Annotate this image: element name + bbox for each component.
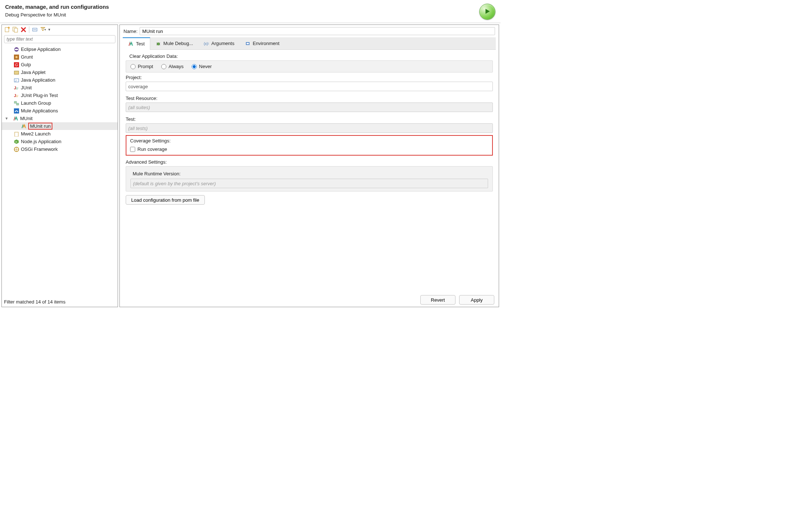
run-button[interactable] [479,4,495,20]
tree-label: OSGi Framework [21,146,58,152]
config-tree-panel: ▼ Eclipse Application Grunt GGulp Java A… [1,25,118,307]
munit-icon [13,116,19,122]
svg-text:n: n [15,140,17,144]
tree-label: Eclipse Application [21,46,60,52]
runtime-input[interactable] [130,179,488,188]
java-applet-icon [14,70,19,75]
duplicate-config-icon[interactable] [12,26,19,33]
eclipse-icon [14,46,19,52]
environment-icon [245,41,251,46]
svg-rect-34 [247,43,249,44]
tree-toolbar: ▼ [2,25,118,34]
dialog-header: Create, manage, and run configurations D… [0,0,501,23]
tree-item-mule-apps[interactable]: Mule Applications [2,107,118,115]
tree-item-osgi[interactable]: OSGi Framework [2,145,118,153]
tree-item-gulp[interactable]: GGulp [2,61,118,68]
clear-data-group: Prompt Always Never [126,60,493,72]
coverage-label: Coverage Settings: [130,138,491,144]
nodejs-icon: n [14,139,19,145]
tab-environment[interactable]: Environment [240,37,285,50]
revert-button[interactable]: Revert [420,295,455,305]
delete-config-icon[interactable] [20,26,27,33]
tab-label: Test [136,41,145,46]
svg-rect-18 [14,101,16,103]
radio-always[interactable]: Always [161,64,184,69]
filter-status: Filter matched 14 of 14 items [2,298,118,307]
junit-icon: JU [14,85,19,91]
collapse-all-icon[interactable] [32,26,38,33]
tree-label: JUnit Plug-in Test [21,93,58,98]
svg-text:G: G [15,63,18,67]
svg-rect-21 [15,132,18,137]
tree-item-mwe2[interactable]: Mwe2 Launch [2,130,118,138]
java-app-icon: J [14,77,19,83]
svg-text:U: U [16,94,18,98]
config-tree[interactable]: Eclipse Application Grunt GGulp Java App… [2,44,118,298]
filter-icon[interactable] [40,26,46,33]
tree-item-eclipse-application[interactable]: Eclipse Application [2,45,118,53]
tree-label: Gulp [21,62,31,67]
tree-label: Java Applet [21,70,45,75]
project-label: Project: [126,75,493,80]
tab-arguments[interactable]: (x)= Arguments [198,37,240,50]
svg-text:(x)=: (x)= [204,42,209,46]
config-detail-panel: Name: Test Mule Debug... (x)= Arguments … [119,25,499,307]
tab-label: Mule Debug... [163,41,193,46]
tree-item-java-application[interactable]: JJava Application [2,76,118,84]
svg-point-27 [157,42,160,45]
advanced-label: Advanced Settings: [126,159,493,165]
svg-rect-2 [14,28,18,32]
svg-rect-11 [14,71,19,74]
tab-label: Arguments [211,41,235,46]
tree-item-munit[interactable]: ▼MUnit [2,115,118,122]
tab-mule-debug[interactable]: Mule Debug... [150,37,198,50]
svg-text:J: J [15,79,16,82]
svg-rect-19 [16,103,19,105]
apply-button[interactable]: Apply [459,295,494,305]
load-from-pom-button[interactable]: Load configuration from pom file [126,195,205,205]
tab-label: Environment [253,41,280,46]
svg-point-8 [15,56,18,58]
play-icon [484,8,491,16]
tree-label: Launch Group [21,100,51,106]
clear-data-label: Clear Application Data: [129,53,493,59]
filter-input[interactable] [4,35,115,43]
tree-label: Grunt [21,54,33,60]
dropdown-arrow-icon[interactable]: ▼ [48,28,51,31]
run-coverage-checkbox[interactable]: Run coverage [130,145,491,153]
bug-icon [155,41,161,46]
munit-run-icon [21,123,27,129]
disclosure-triangle-icon[interactable]: ▼ [5,116,8,120]
test-label: Test: [126,116,493,122]
tree-label: Mwe2 Launch [21,131,51,137]
toolbar-separator [29,26,29,33]
tree-label: Node.js Application [21,139,62,144]
osgi-icon [14,146,19,152]
config-name-input[interactable] [140,27,495,35]
junit-plugin-icon: JU [14,93,19,98]
tree-item-munit-run[interactable]: MUnit run [2,122,118,130]
tree-item-junit[interactable]: JUJUnit [2,84,118,92]
advanced-group: Mule Runtime Version: [126,166,493,191]
grunt-icon [14,54,19,60]
tree-item-launch-group[interactable]: Launch Group [2,99,118,107]
tab-test[interactable]: Test [123,37,150,50]
tree-item-java-applet[interactable]: Java Applet [2,68,118,76]
new-config-icon[interactable] [4,26,11,33]
radio-never[interactable]: Never [192,64,212,69]
svg-point-6 [15,49,18,50]
test-resource-input[interactable] [126,103,493,112]
tree-label: JUnit [21,85,32,90]
tree-label: Mule Applications [21,108,58,113]
tree-item-grunt[interactable]: Grunt [2,53,118,61]
test-input[interactable] [126,123,493,133]
tree-item-junit-plugin[interactable]: JUJUnit Plug-in Test [2,92,118,99]
tree-item-nodejs[interactable]: nNode.js Application [2,138,118,145]
coverage-settings-highlight: Coverage Settings: Run coverage [126,135,493,156]
radio-prompt[interactable]: Prompt [130,64,153,69]
project-input[interactable] [126,82,493,91]
mule-icon [14,108,19,114]
tab-bar: Test Mule Debug... (x)= Arguments Enviro… [123,37,496,50]
svg-text:U: U [16,86,18,90]
tree-label: Java Application [21,77,55,83]
